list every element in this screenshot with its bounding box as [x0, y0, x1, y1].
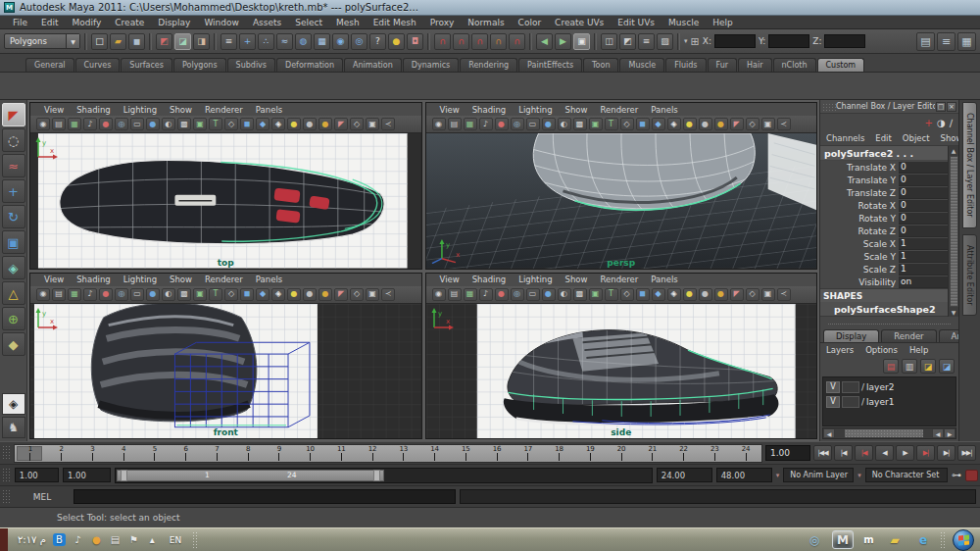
shelf-tab[interactable]: nCloth	[773, 58, 816, 72]
viewport-bookmark-icon[interactable]: ▤	[52, 118, 66, 130]
universal-manipulator-tool[interactable]: ◈	[2, 256, 25, 279]
viewport-lights-default-icon[interactable]: ●	[699, 118, 712, 130]
viewport-uv-icon[interactable]: ▣	[193, 118, 207, 130]
viewport-camera-icon[interactable]: ◉	[432, 118, 446, 130]
playback-start-field[interactable]: 1.00	[63, 468, 111, 482]
viewport-menu-item[interactable]: Show	[565, 275, 588, 284]
layer-color-swatch[interactable]	[842, 396, 859, 408]
channel-edit-icon[interactable]: ∕	[950, 118, 953, 128]
character-set-selector[interactable]: No Character Set	[865, 468, 949, 482]
viewport-frame-icon[interactable]: ▣	[761, 288, 775, 301]
viewport-menu-item[interactable]: View	[440, 275, 460, 284]
snap-view-plane-button[interactable]: ∩	[490, 33, 507, 50]
panel-grip[interactable]	[822, 103, 836, 111]
auto-keyframe-icon[interactable]: ⊶	[952, 470, 961, 480]
viewport-key-icon[interactable]: ●	[99, 288, 113, 301]
shelf-tab[interactable]: PaintEffects	[518, 58, 582, 72]
z-coordinate-input[interactable]	[824, 34, 865, 48]
scroll-down-icon[interactable]: ▼	[952, 308, 956, 317]
viewport-xray-icon[interactable]: ▩	[573, 118, 587, 130]
menu-item[interactable]: Create	[108, 18, 151, 27]
range-slider-track[interactable]: 1 24	[115, 468, 653, 483]
layer-name[interactable]: layer1	[866, 397, 894, 407]
viewport-film-gate-icon[interactable]: ▭	[526, 118, 540, 130]
viewport-isolate-icon[interactable]: ◤	[730, 288, 744, 301]
scroll-right-icon[interactable]: ▶	[944, 428, 956, 438]
viewport-menu-item[interactable]: Renderer	[205, 105, 243, 115]
shelf-tab[interactable]: Hair	[738, 58, 771, 72]
taskbar-gadgets-icon[interactable]: ◎	[804, 530, 825, 549]
viewport-lights-all-icon[interactable]: ●	[683, 118, 697, 130]
viewport-uv-icon[interactable]: ▣	[589, 118, 603, 130]
viewport-camera-icon[interactable]: ◉	[432, 288, 446, 301]
viewport-wireframe-icon[interactable]: ◎	[511, 118, 524, 130]
viewport-menu-item[interactable]: Panels	[651, 275, 677, 284]
single-pane-layout-button[interactable]: ◈	[2, 393, 25, 415]
viewport-uv-icon[interactable]: ▣	[589, 288, 603, 301]
viewport-textured-icon[interactable]: T	[209, 288, 222, 301]
scroll-left-icon[interactable]: ◀	[932, 428, 944, 438]
viewport-cube-icon[interactable]: ◇	[620, 288, 634, 301]
x-coordinate-input[interactable]	[714, 34, 756, 48]
viewport-menu-item[interactable]: View	[440, 105, 460, 115]
mask-surfaces-button[interactable]: ◍	[295, 33, 312, 50]
viewport-lights-all-icon[interactable]: ●	[683, 288, 697, 301]
language-indicator[interactable]: EN	[166, 535, 185, 545]
show-hidden-icons-button[interactable]: ▴	[146, 533, 159, 546]
viewport-xray-icon[interactable]: ▩	[177, 118, 191, 130]
viewport-grid-icon[interactable]: ◇	[350, 118, 364, 130]
mask-deformations-button[interactable]: ▦	[314, 33, 330, 50]
menu-item[interactable]: Assets	[246, 18, 288, 27]
output-of-selected-button[interactable]: ▶	[555, 33, 571, 50]
shelf-tab[interactable]: Dynamics	[403, 58, 459, 72]
channel-speed-icon[interactable]: ◑	[937, 118, 946, 128]
layer-attributes-icon[interactable]: ▤	[883, 359, 899, 374]
shelf-tab[interactable]: Fur	[708, 58, 738, 72]
layer-row[interactable]: V / layer2	[823, 379, 956, 394]
viewport-frame-icon[interactable]: ▣	[366, 118, 379, 130]
row-grip[interactable]	[2, 468, 11, 483]
viewport-uv-icon[interactable]: ▣	[193, 288, 207, 301]
viewport-film-gate-icon[interactable]: ▭	[130, 288, 144, 301]
toggle-channel-box-button[interactable]: ▦	[957, 32, 976, 51]
y-coordinate-input[interactable]	[768, 34, 809, 48]
animation-end-field[interactable]: 48.00	[716, 468, 772, 482]
volume-icon[interactable]: ♪	[72, 533, 84, 546]
menu-item[interactable]: Normals	[461, 18, 511, 27]
viewport-grid-icon[interactable]: ◇	[350, 288, 364, 301]
paint-effects-panel-button[interactable]: ▨	[657, 33, 673, 50]
select-object-button[interactable]: ◪	[174, 33, 191, 50]
viewport-lights-default-icon[interactable]: ●	[303, 118, 317, 130]
mask-points-button[interactable]: ∴	[258, 33, 274, 50]
viewport-isolate-icon[interactable]: ◤	[730, 118, 744, 130]
step-back-frame-button[interactable]: |◀	[834, 445, 853, 461]
chevron-down-icon[interactable]: ▾	[684, 37, 688, 45]
viewport-film-gate-icon[interactable]: ▭	[130, 118, 144, 130]
viewport-smooth-icon[interactable]: ◼	[636, 118, 650, 130]
menu-item[interactable]: Help	[706, 18, 740, 27]
viewport-menu-item[interactable]: Shading	[472, 275, 507, 284]
lock-selection-button[interactable]: ●	[388, 33, 405, 50]
viewport-textured-icon[interactable]: T	[605, 288, 618, 301]
viewport-share-icon[interactable]: ≺	[381, 288, 395, 301]
menu-item[interactable]: Window	[197, 18, 246, 27]
animation-start-field[interactable]: 1.00	[15, 468, 59, 482]
viewport-wireframe-icon[interactable]: ◎	[115, 288, 128, 301]
menu-item[interactable]: Muscle	[662, 18, 706, 27]
scrollbar-thumb[interactable]	[845, 429, 923, 437]
quick-select-icon[interactable]: ⊞	[691, 35, 700, 48]
taskbar-grip[interactable]	[940, 531, 947, 549]
menu-item[interactable]: Edit UVs	[611, 18, 662, 27]
viewport-menu-item[interactable]: Panels	[256, 105, 282, 115]
render-settings-button[interactable]: ≡	[638, 33, 655, 50]
viewport-frame-icon[interactable]: ▣	[761, 118, 775, 130]
new-empty-layer-button[interactable]: ◪	[920, 359, 936, 374]
row-grip[interactable]	[2, 489, 11, 505]
clipboard-icon[interactable]: ▤	[109, 533, 122, 546]
viewport-side-canvas[interactable]: y x side	[426, 304, 817, 439]
highlight-selection-button[interactable]: ◘	[407, 33, 423, 50]
viewport-bbox-icon[interactable]: ◆	[256, 118, 270, 130]
new-scene-button[interactable]: □	[91, 33, 108, 50]
viewport-persp[interactable]: ViewShadingLightingShowRendererPanels ◉▤…	[425, 102, 818, 270]
command-line-input[interactable]	[74, 489, 456, 504]
